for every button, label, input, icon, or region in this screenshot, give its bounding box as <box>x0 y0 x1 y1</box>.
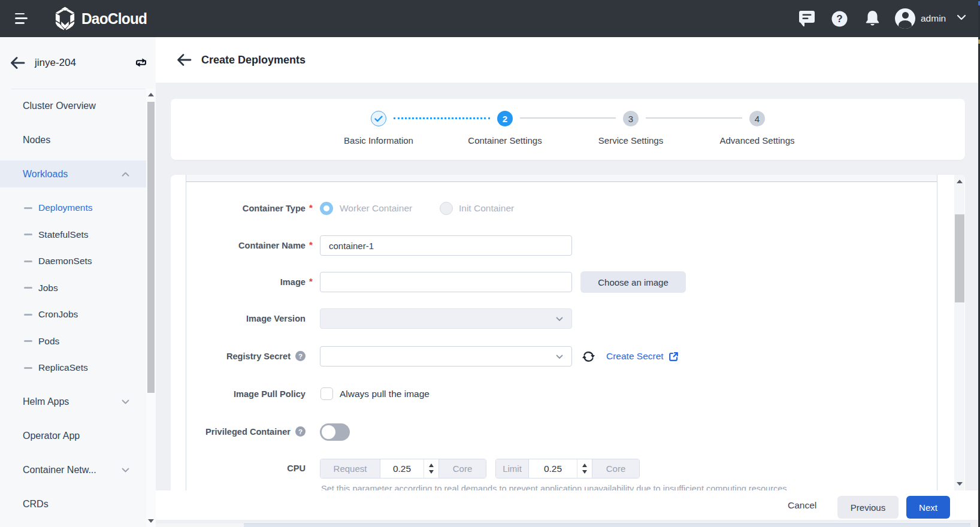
brand-logo[interactable]: DaoCloud <box>54 7 153 31</box>
page-back-icon[interactable] <box>176 53 192 67</box>
sidebar-item-daemonsets[interactable]: DaemonSets <box>0 248 146 275</box>
svg-text:?: ? <box>836 13 842 25</box>
stepper-line-solid-2 <box>646 117 742 119</box>
notifications-button[interactable] <box>864 0 881 37</box>
sidebar-item-label: StatefulSets <box>38 229 89 240</box>
cpu-limit-unit: Core <box>592 459 639 478</box>
sidebar-item-workloads[interactable]: Workloads <box>0 160 146 187</box>
sidebar-back-icon[interactable] <box>10 56 25 70</box>
cluster-name[interactable]: jinye-204 <box>35 37 76 89</box>
cpu-label: CPU <box>186 462 306 474</box>
sidebar-item-helm-apps[interactable]: Helm Apps <box>0 389 146 416</box>
form-scrollbar[interactable] <box>954 175 964 490</box>
create-secret-link[interactable]: Create Secret <box>606 351 679 362</box>
toggle-knob <box>322 425 335 439</box>
step-circle-4[interactable]: 4 <box>749 111 765 126</box>
sidebar-item-label: CRDs <box>23 499 49 510</box>
sidebar-item-deployments[interactable]: Deployments <box>0 195 146 222</box>
radio-worker-container-label: Worker Container <box>340 203 412 214</box>
sidebar-item-statefulsets[interactable]: StatefulSets <box>0 222 146 249</box>
username[interactable]: admin <box>921 0 946 37</box>
form-panel <box>186 175 937 490</box>
sidebar-item-operator-app[interactable]: Operator App <box>0 423 146 450</box>
stepper-down-icon[interactable] <box>429 470 434 474</box>
step-circle-2[interactable]: 2 <box>497 111 513 126</box>
dash-icon <box>24 287 32 289</box>
image-pull-policy-label: Image Pull Policy <box>186 388 306 400</box>
sidebar-item-label: Container Netw... <box>23 465 96 475</box>
app: DaoCloud ? admin <box>0 0 980 527</box>
cpu-limit-value[interactable]: 0.25 <box>528 459 577 478</box>
chevron-up-icon <box>122 172 129 177</box>
container-name-required-mark: * <box>309 240 316 250</box>
hamburger-menu-icon[interactable] <box>15 13 28 25</box>
sidebar-scrollbar[interactable] <box>146 89 156 527</box>
previous-button[interactable]: Previous <box>837 496 899 519</box>
stepper-up-icon[interactable] <box>429 464 434 467</box>
step-label-3: Service Settings <box>565 135 697 146</box>
bell-icon <box>865 10 880 27</box>
cpu-limit-stepper[interactable] <box>577 459 592 478</box>
choose-image-button[interactable]: Choose an image <box>580 271 686 293</box>
sidebar-item-container-netw[interactable]: Container Netw... <box>0 457 146 484</box>
stepper-up-icon[interactable] <box>582 464 587 467</box>
always-pull-checkbox[interactable] <box>320 387 333 400</box>
external-link-icon <box>669 352 679 362</box>
avatar[interactable] <box>895 8 915 29</box>
sidebar-item-jobs[interactable]: Jobs <box>0 275 146 302</box>
refresh-secret-icon[interactable] <box>582 350 595 363</box>
radio-worker-container[interactable] <box>320 202 333 215</box>
sidebar-item-label: Nodes <box>23 135 50 146</box>
cpu-request-value[interactable]: 0.25 <box>380 459 424 478</box>
cpu-limit-group: Limit 0.25 Core <box>495 459 640 478</box>
privileged-container-toggle[interactable] <box>320 423 350 441</box>
sidebar-item-cluster-overview[interactable]: Cluster Overview <box>0 92 146 119</box>
check-icon <box>374 116 383 122</box>
brand-name: DaoCloud <box>81 10 147 28</box>
sidebar-item-nodes[interactable]: Nodes <box>0 126 146 153</box>
image-version-select[interactable] <box>320 308 572 329</box>
avatar-body-icon <box>899 20 912 29</box>
radio-init-container[interactable] <box>440 202 453 215</box>
scroll-up-icon[interactable] <box>148 93 154 96</box>
sidebar-nav: Cluster OverviewNodesWorkloadsDeployment… <box>0 89 146 525</box>
container-name-input[interactable] <box>320 235 572 256</box>
container-name-label: Container Name <box>186 240 306 252</box>
sidebar-item-crds[interactable]: CRDs <box>0 491 146 518</box>
sidebar-item-pods[interactable]: Pods <box>0 328 146 355</box>
stepper-down-icon[interactable] <box>582 470 587 474</box>
sidebar-item-label: CronJobs <box>38 309 78 320</box>
next-button[interactable]: Next <box>906 496 950 519</box>
dash-icon <box>24 207 32 209</box>
registry-secret-select[interactable] <box>320 346 572 367</box>
footer-bar: Cancel Previous Next <box>156 490 980 520</box>
step-circle-1[interactable] <box>371 111 386 126</box>
messages-button[interactable] <box>798 0 815 37</box>
step-circle-3[interactable]: 3 <box>623 111 639 126</box>
help-button[interactable]: ? <box>830 0 848 37</box>
scroll-down-icon[interactable] <box>957 482 963 486</box>
cpu-request-stepper[interactable] <box>424 459 438 478</box>
user-menu-chevron-down-icon[interactable] <box>957 14 966 20</box>
form-scrollbar-thumb[interactable] <box>955 214 964 302</box>
cpu-hint-text: Set this parameter according to real dem… <box>321 484 860 490</box>
step-number: 4 <box>755 114 760 124</box>
privileged-container-help-icon[interactable]: ? <box>295 426 306 437</box>
switch-cluster-icon[interactable] <box>135 56 147 69</box>
dash-icon <box>24 340 32 342</box>
sidebar-item-label: Cluster Overview <box>23 101 96 111</box>
scroll-down-icon[interactable] <box>148 519 154 523</box>
stepper-line-solid-1 <box>520 117 616 119</box>
sidebar-scrollbar-thumb[interactable] <box>147 102 155 393</box>
dash-icon <box>24 261 32 262</box>
registry-secret-help-icon[interactable]: ? <box>295 351 306 361</box>
image-input[interactable] <box>320 272 572 292</box>
container-type-label: Container Type <box>186 202 306 214</box>
sidebar-item-cronjobs[interactable]: CronJobs <box>0 301 146 328</box>
sidebar-item-replicasets[interactable]: ReplicaSets <box>0 355 146 381</box>
cancel-button[interactable]: Cancel <box>782 490 822 520</box>
registry-secret-label: Registry Secret <box>171 350 291 362</box>
container-settings-form: Container Type * Worker Container Init C… <box>171 175 965 490</box>
scroll-up-icon[interactable] <box>957 180 963 183</box>
chevron-down-icon <box>556 355 563 359</box>
